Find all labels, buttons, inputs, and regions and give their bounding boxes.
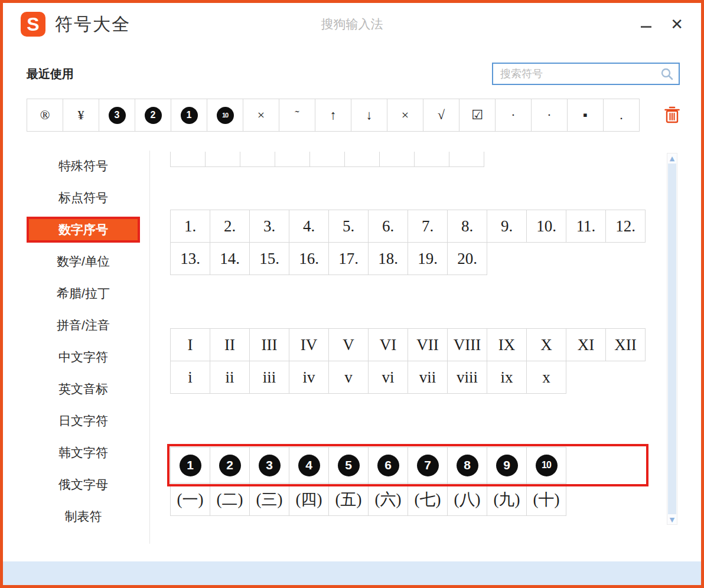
symbol-cell[interactable]: 5	[328, 447, 369, 484]
symbol-cell[interactable]: 9	[487, 447, 527, 484]
sidebar-item[interactable]: 拼音/注音	[27, 312, 140, 338]
recent-symbol-cell[interactable]: 2	[135, 99, 171, 132]
symbol-cell[interactable]: X	[526, 328, 566, 361]
recent-symbol-cell[interactable]: ·	[531, 99, 568, 132]
symbol-cell[interactable]: (七)	[408, 483, 448, 516]
search-input[interactable]	[500, 68, 660, 80]
recent-symbol-cell[interactable]: ·	[495, 99, 532, 132]
recent-symbol-cell[interactable]: 3	[99, 99, 135, 132]
symbol-cell[interactable]: 4.	[289, 210, 329, 243]
symbol-cell[interactable]: 12.	[605, 210, 646, 243]
sidebar-item[interactable]: 特殊符号	[27, 153, 140, 179]
symbol-cell[interactable]: 4	[289, 447, 329, 484]
sidebar-item[interactable]: 制表符	[27, 504, 140, 530]
scrollbar[interactable]: ▲ ▼	[667, 153, 677, 525]
recent-symbol-cell[interactable]: ×	[387, 99, 423, 132]
symbol-cell[interactable]: 7.	[408, 210, 448, 243]
symbol-cell[interactable]: II	[210, 328, 250, 361]
symbol-cell[interactable]: (八)	[447, 483, 487, 516]
symbol-cell[interactable]: III	[249, 328, 289, 361]
symbol-cell[interactable]: (十)	[526, 483, 566, 516]
recent-symbol-cell[interactable]: ˜	[279, 99, 315, 132]
symbol-cell[interactable]: x	[526, 361, 566, 394]
symbol-cell[interactable]: 19.	[408, 242, 448, 275]
close-button[interactable]: ✕	[670, 17, 683, 32]
symbol-cell[interactable]: i	[170, 361, 210, 394]
symbol-cell[interactable]: XI	[566, 328, 606, 361]
symbol-cell[interactable]: 9.	[487, 210, 527, 243]
recent-symbol-cell[interactable]: ↑	[315, 99, 351, 132]
sidebar-item[interactable]: 日文字符	[27, 408, 140, 434]
symbol-cell[interactable]: 10	[526, 447, 566, 484]
sidebar-item[interactable]: 数学/单位	[27, 249, 140, 275]
sidebar-item[interactable]: 标点符号	[27, 185, 140, 211]
symbol-cell[interactable]: 14.	[210, 242, 250, 275]
symbol-cell[interactable]: vii	[408, 361, 448, 394]
symbol-cell[interactable]: VII	[408, 328, 448, 361]
symbol-cell[interactable]: IX	[487, 328, 527, 361]
sidebar-item[interactable]: 俄文字母	[27, 472, 140, 498]
symbol-cell[interactable]: 3	[249, 447, 289, 484]
recent-symbol-cell[interactable]: ▪	[567, 99, 604, 132]
symbol-cell[interactable]: (二)	[210, 483, 250, 516]
sidebar-item[interactable]: 中文字符	[27, 344, 140, 370]
sidebar-item[interactable]: 希腊/拉丁	[27, 280, 140, 306]
recent-symbol-cell[interactable]: 1	[171, 99, 207, 132]
symbol-cell[interactable]: (三)	[249, 483, 289, 516]
symbol-cell[interactable]: ix	[487, 361, 527, 394]
symbol-cell[interactable]: vi	[368, 361, 408, 394]
trash-icon[interactable]	[662, 103, 682, 127]
symbol-cell[interactable]: XII	[605, 328, 646, 361]
symbol-cell[interactable]: 7	[408, 447, 448, 484]
symbol-cell[interactable]: 2.	[210, 210, 250, 243]
symbol-cell[interactable]: 5.	[328, 210, 369, 243]
symbol-cell[interactable]: 11.	[566, 210, 606, 243]
recent-symbol-cell[interactable]: √	[423, 99, 459, 132]
recent-symbol-cell[interactable]: ®	[27, 99, 63, 132]
minimize-button[interactable]	[640, 15, 653, 33]
symbol-cell[interactable]: 3.	[249, 210, 289, 243]
recent-symbol-cell[interactable]: ☑	[459, 99, 496, 132]
scroll-down-icon[interactable]: ▼	[667, 515, 677, 524]
symbol-cell[interactable]: 8.	[447, 210, 487, 243]
recent-symbol-cell[interactable]: .	[603, 99, 640, 132]
symbol-cell[interactable]: 17.	[328, 242, 369, 275]
symbol-cell[interactable]: V	[328, 328, 369, 361]
symbol-cell[interactable]: ii	[210, 361, 250, 394]
symbol-cell[interactable]: 6	[368, 447, 408, 484]
search-icon[interactable]	[660, 67, 674, 81]
symbol-cell[interactable]: 1	[170, 447, 210, 484]
sidebar-item[interactable]: 英文音标	[27, 376, 140, 402]
symbol-cell[interactable]: iii	[249, 361, 289, 394]
symbol-cell[interactable]: 8	[447, 447, 487, 484]
symbol-cell[interactable]: 2	[210, 447, 250, 484]
symbol-cell[interactable]: 1.	[170, 210, 210, 243]
symbol-cell[interactable]: iv	[289, 361, 329, 394]
recent-symbol-cell[interactable]: ¥	[63, 99, 99, 132]
symbol-cell[interactable]: IV	[289, 328, 329, 361]
symbol-cell[interactable]: (五)	[328, 483, 369, 516]
symbol-cell[interactable]: 6.	[368, 210, 408, 243]
symbol-cell[interactable]: 15.	[249, 242, 289, 275]
symbol-cell[interactable]: 13.	[170, 242, 210, 275]
sidebar-item[interactable]: 韩文字符	[27, 440, 140, 466]
symbol-cell[interactable]: 10.	[526, 210, 566, 243]
scrollbar-thumb[interactable]	[668, 164, 676, 514]
symbol-cell[interactable]: 16.	[289, 242, 329, 275]
symbol-cell[interactable]: 18.	[368, 242, 408, 275]
symbol-cell[interactable]: (九)	[487, 483, 527, 516]
symbol-cell[interactable]: (六)	[368, 483, 408, 516]
symbol-cell[interactable]: viii	[447, 361, 487, 394]
symbol-cell[interactable]: v	[328, 361, 369, 394]
recent-symbol-cell[interactable]: ↓	[351, 99, 387, 132]
recent-symbol-cell[interactable]: ×	[243, 99, 279, 132]
scroll-up-icon[interactable]: ▲	[667, 153, 677, 163]
symbol-cell[interactable]: I	[170, 328, 210, 361]
search-box[interactable]	[492, 63, 680, 85]
symbol-cell[interactable]: VI	[368, 328, 408, 361]
symbol-cell[interactable]: VIII	[447, 328, 487, 361]
sidebar-item[interactable]: 数字序号	[27, 217, 140, 243]
symbol-cell[interactable]: (一)	[170, 483, 210, 516]
symbol-cell[interactable]: 20.	[447, 242, 487, 275]
recent-symbol-cell[interactable]: 10	[207, 99, 243, 132]
